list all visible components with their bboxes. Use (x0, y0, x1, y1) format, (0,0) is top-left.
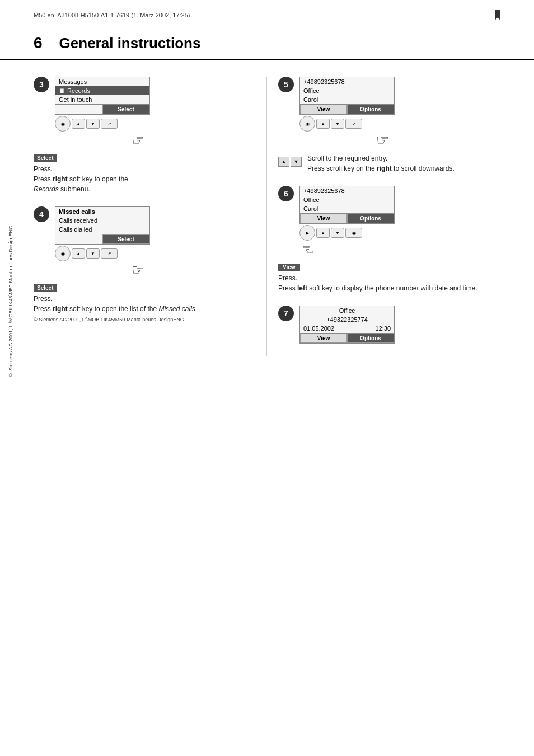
step-7-buttons: View Options (300, 333, 394, 343)
step-3-nav-circle: ◉ (55, 116, 71, 132)
step-4-nav-up: ▲ (72, 248, 85, 259)
step-3-screen: Messages 📋 Records Get in touch Select (55, 77, 150, 115)
step-5-nav: ◉ ▲ ▼ ↗ (299, 116, 395, 132)
step-6-desc: View Press. Press left soft key to displ… (278, 262, 500, 293)
step-5-nav-up: ▲ (316, 119, 330, 129)
step-5-arrow-up: ▲ (278, 157, 289, 167)
step-3-text: Press. Press right soft key to open the … (34, 164, 255, 194)
step-3-nav: ◉ ▲ ▼ ↗ (55, 116, 150, 132)
step-6-nav-down: ▼ (331, 228, 344, 238)
step-7-block: 7 Office +49322325774 01.05.2002 12:30 (278, 306, 500, 344)
step-3-nav-up: ▲ (72, 119, 85, 129)
step-6-screen-area: +49892325678 Office Carol View Options (299, 186, 395, 258)
step-4-row-3: Calls dialled (55, 225, 149, 234)
step-4-nav-circle: ◉ (55, 246, 71, 261)
step-5-buttons: View Options (300, 104, 394, 114)
step-4-screen: Missed calls Calls received Calls dialle… (55, 206, 150, 245)
step-3-nav-down: ▼ (86, 119, 100, 129)
meta-bar: M50 en, A31008-H5150-A1-1-7619 (1. März … (0, 0, 534, 25)
step-6-row-1: +49892325678 (300, 186, 394, 195)
step-6-nav-up: ▲ (316, 228, 330, 238)
step-6-circle: 6 (278, 186, 294, 201)
bookmark-area (495, 10, 500, 20)
step-4-nav-call: ↗ (101, 248, 118, 259)
step-3-row-3: Get in touch (55, 95, 149, 104)
page: © Siemens AG 2001, L:\MOBILIK45\M50-Mant… (0, 0, 534, 756)
step-5-header: 5 +49892325678 Office Carol View Options (278, 77, 500, 149)
step-7-date: 01.05.2002 (303, 325, 334, 332)
step-7-screen-area: Office +49322325774 01.05.2002 12:30 Vie… (299, 306, 395, 344)
step-6-hand: ☜ (302, 241, 395, 258)
step-7-right-btn: Options (347, 334, 394, 343)
step-6-block: 6 +49892325678 Office Carol View Options (278, 186, 500, 293)
step-7-row-3: 01.05.2002 12:30 (300, 324, 394, 333)
step-5-nav-call: ↗ (345, 119, 362, 129)
step-5-row-3: Carol (300, 95, 394, 104)
step-4-block: 4 Missed calls Calls received Calls dial… (34, 206, 255, 314)
step-6-right-btn: Options (347, 214, 394, 223)
step-4-buttons: Select (55, 234, 149, 244)
step-6-text: Press. Press left soft key to display th… (278, 273, 500, 293)
step-4-label: Select (34, 284, 57, 292)
step-5-screen-area: +49892325678 Office Carol View Options (299, 77, 395, 149)
step-4-text: Press. Press right soft key to open the … (34, 294, 255, 314)
step-5-nav-circle: ◉ (299, 116, 315, 132)
step-6-nav: ▶ ▲ ▼ ◉ (299, 225, 395, 241)
step-5-left-btn: View (300, 105, 347, 114)
step-3-desc: Select Press. Press right soft key to op… (34, 153, 255, 194)
step-6-label: View (278, 264, 300, 271)
step-6-row-2: Office (300, 195, 394, 204)
step-4-desc: Select Press. Press right soft key to op… (34, 283, 255, 314)
step-4-header: 4 Missed calls Calls received Calls dial… (34, 206, 255, 279)
step-6-buttons: View Options (300, 213, 394, 223)
step-3-row-2: 📋 Records (55, 86, 149, 95)
step-4-hand: ☞ (55, 261, 144, 279)
step-4-circle: 4 (34, 206, 49, 222)
step-5-row-1: +49892325678 (300, 77, 394, 86)
step-3-right-btn: Select (102, 105, 149, 114)
side-label: © Siemens AG 2001, L:\MOBILIK45\M50-Mant… (8, 224, 13, 378)
chapter-heading: 6 General instructions (0, 25, 534, 60)
step-5-block: 5 +49892325678 Office Carol View Options (278, 77, 500, 173)
step-3-buttons: Select (55, 104, 149, 114)
step-7-left-btn: View (300, 334, 347, 343)
step-3-screen-area: Messages 📋 Records Get in touch Select (55, 77, 150, 149)
step-3-block: 3 Messages 📋 Records Get in touch (34, 77, 255, 194)
step-6-nav-play: ▶ (299, 225, 315, 241)
copyright-text: © Siemens AG 2001, L:\MOBILIK45\M50-Mant… (34, 317, 186, 322)
step-3-header: 3 Messages 📋 Records Get in touch (34, 77, 255, 149)
step-5-hand: ☞ (299, 132, 389, 149)
step-3-row-1: Messages (55, 77, 149, 86)
chapter-title: General instructions (59, 35, 201, 52)
step-6-screen: +49892325678 Office Carol View Options (299, 186, 395, 224)
meta-text: M50 en, A31008-H5150-A1-1-7619 (1. März … (34, 12, 190, 18)
step-5-text: Scroll to the required entry. Press scro… (307, 153, 455, 173)
step-4-nav-down: ▼ (86, 248, 100, 259)
step-4-row-1: Missed calls (55, 207, 149, 216)
step-5-right-btn: Options (347, 105, 394, 114)
step-5-circle: 5 (278, 77, 294, 92)
step-3-hand: ☞ (55, 132, 144, 149)
step-5-screen: +49892325678 Office Carol View Options (299, 77, 395, 115)
step-5-desc-area: ▲ ▼ Scroll to the required entry. Press … (278, 153, 500, 173)
step-5-row-2: Office (300, 86, 394, 95)
step-7-header: 7 Office +49322325774 01.05.2002 12:30 (278, 306, 500, 344)
step-6-row-3: Carol (300, 204, 394, 213)
step-3-nav-call: ↗ (101, 119, 118, 129)
chapter-number: 6 (34, 34, 43, 52)
step-6-header: 6 +49892325678 Office Carol View Options (278, 186, 500, 258)
step-5-nav-down: ▼ (331, 119, 344, 129)
step-7-screen: Office +49322325774 01.05.2002 12:30 Vie… (299, 306, 395, 344)
step-4-right-btn: Select (102, 234, 149, 244)
step-6-left-btn: View (300, 214, 347, 223)
step-4-screen-area: Missed calls Calls received Calls dialle… (55, 206, 150, 279)
step-3-label: Select (34, 154, 57, 162)
bookmark-icon (495, 10, 500, 20)
step-4-row-2: Calls received (55, 216, 149, 225)
step-6-nav-call: ◉ (345, 228, 362, 238)
step-5-arrow-down: ▼ (291, 157, 302, 167)
bottom-bar: © Siemens AG 2001, L:\MOBILIK45\M50-Mant… (0, 313, 534, 322)
step-7-time: 12:30 (375, 325, 391, 332)
step-5-arrows: ▲ ▼ (278, 157, 302, 167)
step-3-circle: 3 (34, 77, 49, 92)
